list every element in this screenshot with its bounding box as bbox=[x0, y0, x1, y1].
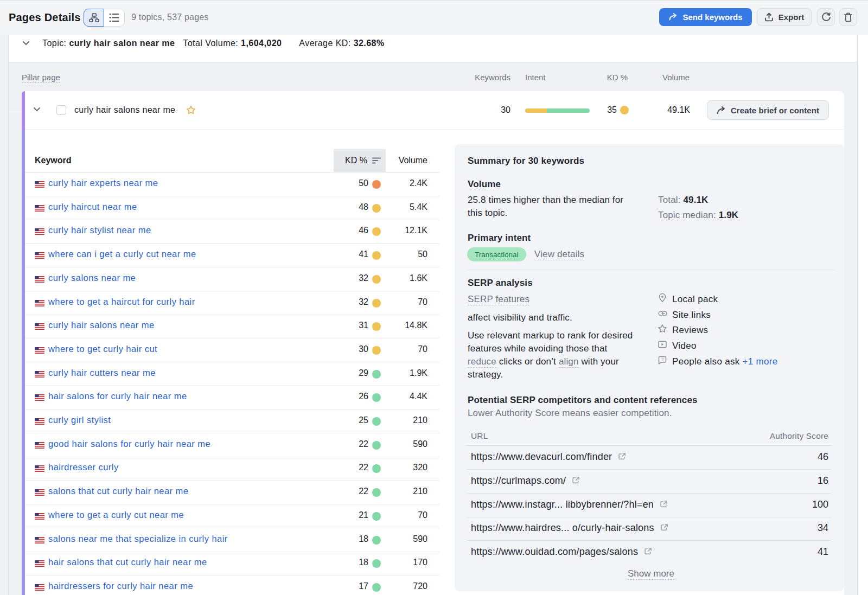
svg-text:?: ? bbox=[661, 357, 664, 362]
